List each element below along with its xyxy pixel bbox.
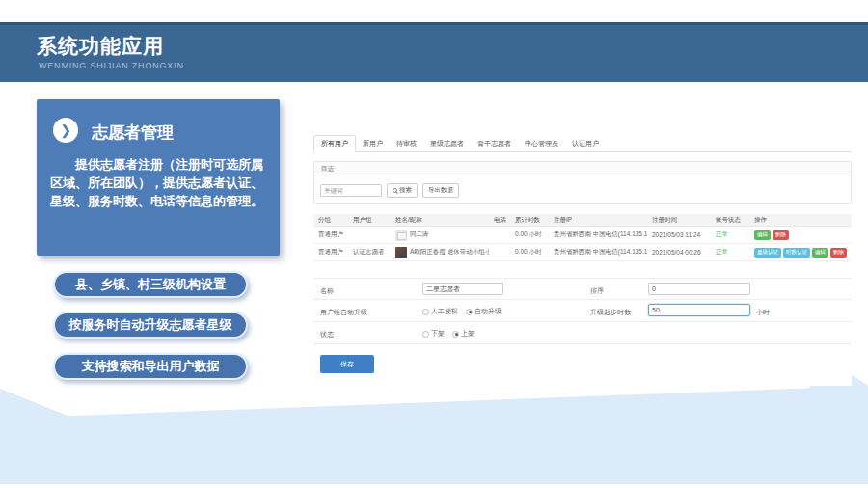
cell-group: 普通用户 [313, 230, 348, 239]
upgrade-radio-group: 人工授权 自动升级 [422, 307, 509, 316]
users-table: 分组 用户组 姓名/昵称 电话 累计时数 注册IP 注册时间 账号状态 操作 普… [313, 214, 852, 261]
search-button-label: 搜索 [399, 186, 412, 195]
keyword-input[interactable] [320, 184, 382, 197]
radio-unchecked-icon [422, 309, 429, 315]
feature-pill-org-levels: 县、乡镇、村三级机构设置 [53, 271, 248, 298]
filter-panel-title: 筛选 [314, 162, 851, 176]
cell-actions: 编辑 删除 [749, 230, 852, 240]
cell-group: 普通用户 [313, 248, 348, 257]
status-badge: 正常 [711, 230, 749, 239]
feature-pill-search-export: 支持搜索和导出用户数据 [53, 353, 248, 380]
radio-unchecked-icon [422, 331, 429, 338]
filter-panel: 筛选 搜索 导出数据 [313, 161, 852, 204]
edit-button[interactable]: 编辑 [812, 248, 828, 258]
col-header-user-group: 用户组 [348, 216, 391, 225]
feature-pill-auto-upgrade: 按服务时自动升级志愿者星级 [53, 312, 248, 339]
hours-threshold-label: 升级起步时数 [590, 308, 631, 317]
feature-title: 志愿者管理 [92, 122, 174, 144]
avatar [395, 230, 407, 241]
user-name: 同二涛 [410, 230, 429, 239]
cell-ip: 贵州省黔西南 中国电信(114.135.182.254) [549, 248, 647, 257]
cell-hours: 0.00 小时 [510, 230, 549, 239]
col-header-status: 账号状态 [711, 216, 749, 225]
radio-option-offline[interactable]: 下架 [422, 329, 445, 339]
cell-reg-time: 2021/05/04 00:26 [647, 249, 711, 256]
export-data-button[interactable]: 导出数据 [422, 183, 459, 198]
delete-button[interactable]: 删除 [773, 230, 789, 240]
hours-threshold-field[interactable] [648, 304, 750, 316]
form-row-upgrade: 用户组自动升级 人工授权 自动升级 升级起步时数 小时 [313, 300, 852, 322]
radio-option-auto[interactable]: 自动升级 [466, 307, 502, 316]
export-button-label: 导出数据 [428, 186, 453, 195]
cell-ip: 贵州省黔西南 中国电信(114.135.182.254) [549, 230, 647, 239]
form-row-name: 名称 排序 [313, 278, 852, 300]
col-header-phone: 电话 [489, 216, 510, 225]
tab-core-volunteers[interactable]: 骨干志愿者 [471, 136, 518, 151]
search-button[interactable]: 搜索 [387, 183, 418, 198]
radio-checked-icon [452, 331, 459, 338]
search-icon [393, 188, 397, 193]
cell-name: A欧阳正春霞 退休带动小组小组长 [391, 247, 489, 258]
page-subtitle: WENMING SHIJIAN ZHONGXIN [39, 61, 184, 70]
user-name: A欧阳正春霞 退休带动小组小组长 [410, 248, 489, 257]
user-group-form: 名称 排序 用户组自动升级 人工授权 自动升级 升级起步时数 [313, 278, 852, 344]
status-badge: 正常 [711, 248, 749, 257]
cell-user-group: 认证志愿者 [348, 248, 391, 257]
cell-reg-time: 2021/05/03 11:24 [647, 231, 711, 238]
slide-page: 系统功能应用 WENMING SHIJIAN ZHONGXIN ❯ 志愿者管理 … [0, 0, 868, 488]
table-row: 普通用户 同二涛 0.00 小时 贵州省黔西南 中国电信(114.135.182… [313, 227, 852, 244]
bottom-band-shape [0, 386, 868, 484]
tab-star-volunteers[interactable]: 星级志愿者 [423, 136, 471, 151]
page-header: 系统功能应用 WENMING SHIJIAN ZHONGXIN [0, 22, 868, 82]
radio-label: 下架 [431, 329, 445, 339]
sort-field[interactable] [648, 283, 750, 295]
radio-label: 上架 [461, 329, 475, 339]
radio-option-manual[interactable]: 人工授权 [422, 307, 458, 316]
edit-button[interactable]: 编辑 [754, 230, 771, 240]
radio-checked-icon [466, 309, 473, 315]
table-header-row: 分组 用户组 姓名/昵称 电话 累计时数 注册IP 注册时间 账号状态 操作 [313, 214, 852, 227]
feature-card: ❯ 志愿者管理 提供志愿者注册（注册时可选所属区域、所在团队），提供志愿者认证、… [37, 99, 280, 256]
tab-pending[interactable]: 待审核 [390, 136, 423, 151]
status-label: 状态 [320, 330, 334, 339]
upgrade-label: 用户组自动升级 [320, 308, 367, 317]
sort-label: 排序 [590, 286, 604, 296]
star-cert-button[interactable]: 星级认证 [754, 248, 781, 258]
page-title: 系统功能应用 [37, 33, 164, 60]
hours-cert-button[interactable]: 时数认证 [783, 248, 810, 258]
radio-label: 自动升级 [475, 307, 502, 316]
form-row-status: 状态 下架 上架 [313, 322, 852, 344]
chevron-right-icon: ❯ [53, 118, 78, 143]
col-header-hours: 累计时数 [510, 216, 549, 225]
delete-button[interactable]: 删除 [830, 248, 847, 258]
radio-option-online[interactable]: 上架 [452, 329, 475, 339]
col-header-actions: 操作 [749, 216, 852, 225]
save-button[interactable]: 保存 [320, 355, 374, 373]
col-header-group: 分组 [313, 216, 348, 225]
radio-label: 人工授权 [431, 307, 458, 316]
tab-all-users[interactable]: 所有用户 [313, 135, 356, 152]
admin-screenshot-panel: 所有用户 新用户 待审核 星级志愿者 骨干志愿者 中心管理员 认证用户 筛选 搜… [313, 133, 852, 386]
tab-new-users[interactable]: 新用户 [356, 136, 390, 151]
name-label: 名称 [320, 286, 334, 296]
hours-suffix: 小时 [756, 308, 770, 317]
cell-actions: 星级认证 时数认证 编辑 删除 [749, 248, 852, 258]
col-header-name: 姓名/昵称 [391, 216, 489, 225]
tab-center-admins[interactable]: 中心管理员 [518, 136, 565, 151]
table-row: 普通用户 认证志愿者 A欧阳正春霞 退休带动小组小组长 0.00 小时 贵州省黔… [313, 244, 852, 261]
cell-name: 同二涛 [391, 230, 489, 241]
filter-body: 搜索 导出数据 [314, 176, 851, 204]
col-header-reg-time: 注册时间 [647, 216, 711, 225]
status-radio-group: 下架 上架 [422, 329, 482, 339]
name-field[interactable] [422, 283, 503, 295]
feature-description: 提供志愿者注册（注册时可选所属区域、所在团队），提供志愿者认证、星级、服务时数、… [50, 155, 268, 210]
user-tabs: 所有用户 新用户 待审核 星级志愿者 骨干志愿者 中心管理员 认证用户 [313, 136, 852, 152]
tab-certified-users[interactable]: 认证用户 [565, 136, 606, 151]
cell-hours: 0.00 小时 [510, 248, 549, 257]
avatar [395, 247, 407, 258]
col-header-ip: 注册IP [549, 216, 647, 225]
